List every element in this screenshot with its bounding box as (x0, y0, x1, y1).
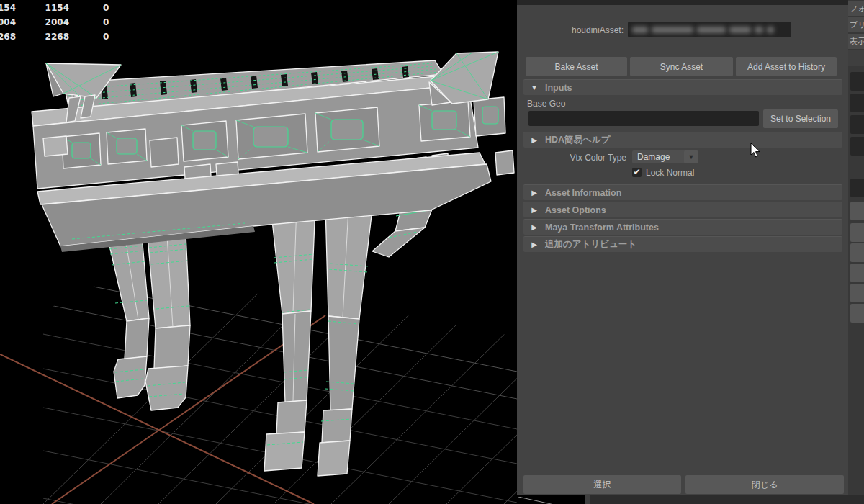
redacted-text (697, 27, 726, 33)
section-header-inputs[interactable]: ▼ Inputs (523, 79, 842, 95)
redacted-text (652, 27, 693, 33)
toolbar-button[interactable] (850, 223, 864, 242)
viewport-3d[interactable]: 154 1154 0 004 2004 0 268 2268 0 (0, 0, 517, 504)
dropdown-arrow-icon[interactable]: ▼ (684, 150, 698, 163)
select-button[interactable]: 選択 (523, 475, 681, 494)
hud-count: 004 (0, 17, 16, 27)
section-header-hda-help[interactable]: ▶ HDA簡易ヘルプ (523, 132, 842, 148)
triangle-right-icon: ▶ (523, 223, 545, 231)
section-header-additional-attributes[interactable]: ▶ 追加のアトリビュート (523, 236, 842, 252)
section-header-maya-transform[interactable]: ▶ Maya Transform Attributes (523, 219, 842, 235)
back-legs (108, 234, 190, 410)
vtx-color-type-label: Vtx Color Type (517, 153, 626, 163)
wireframe-scene (0, 0, 517, 504)
hud-count: 0 (103, 3, 117, 13)
base-geo-input[interactable] (528, 111, 759, 126)
window-resize-nub[interactable] (585, 495, 590, 504)
redacted-text (767, 27, 774, 33)
triangle-right-icon: ▶ (523, 189, 545, 197)
section-label: Maya Transform Attributes (545, 222, 659, 233)
toolbar-button[interactable] (850, 202, 864, 220)
ground-grid (0, 268, 517, 504)
section-label: Asset Options (545, 205, 606, 215)
hud-count: 2004 (26, 17, 69, 27)
toolbar-button[interactable] (850, 284, 864, 302)
toolbar-button[interactable] (850, 179, 864, 197)
tab-clipped-1[interactable]: フォ (848, 1, 864, 16)
right-fin (429, 52, 498, 105)
sync-asset-button[interactable]: Sync Asset (630, 57, 733, 76)
vtx-color-type-dropdown[interactable]: Damage (632, 150, 687, 163)
toolbar-button[interactable] (850, 72, 864, 91)
lock-normal-checkbox[interactable]: ✔ (632, 168, 642, 177)
set-to-selection-button[interactable]: Set to Selection (763, 109, 838, 128)
docked-panel-edge: フォ プリ 表示 (848, 0, 864, 495)
tab-clipped-3[interactable]: 表示 (848, 34, 864, 49)
houdini-asset-label: houdiniAsset: (517, 25, 624, 35)
section-header-asset-information[interactable]: ▶ Asset Information (523, 184, 842, 200)
section-header-asset-options[interactable]: ▶ Asset Options (523, 202, 842, 217)
vtx-color-type-value: Damage (637, 152, 670, 162)
section-label: 追加のアトリビュート (545, 238, 636, 251)
viewport-sliver (517, 495, 585, 504)
close-button[interactable]: 閉じる (685, 475, 844, 494)
tab-clipped-empty[interactable] (848, 50, 864, 66)
section-label: Inputs (545, 83, 572, 93)
triangle-right-icon: ▶ (523, 206, 545, 214)
hud-count: 0 (103, 17, 117, 27)
mouse-cursor (750, 143, 762, 158)
hud-count: 154 (0, 3, 16, 13)
tab-clipped-2[interactable]: プリ (848, 17, 864, 32)
triangle-right-icon: ▶ (523, 240, 545, 248)
mech-model[interactable] (32, 52, 514, 476)
section-label: Asset Information (545, 188, 621, 198)
hud-count: 0 (103, 32, 117, 42)
panel-top-border (517, 0, 848, 5)
front-legs (264, 204, 372, 476)
bake-asset-button[interactable]: Bake Asset (526, 57, 627, 76)
left-step (43, 136, 68, 156)
redacted-text (755, 27, 763, 33)
houdini-asset-panel: houdiniAsset: Bake Asset Sync Asset Add … (517, 0, 848, 495)
triangle-right-icon: ▶ (523, 136, 545, 144)
lock-normal-label: Lock Normal (646, 168, 694, 178)
toolbar-button[interactable] (850, 264, 864, 282)
hud-count: 2268 (26, 32, 69, 42)
window-bottom-edge (590, 495, 864, 504)
redacted-text (729, 27, 751, 33)
toolbar-button[interactable] (850, 304, 864, 323)
base-geo-label: Base Geo (527, 99, 565, 109)
redacted-text (632, 27, 648, 33)
toolbar-button[interactable] (850, 115, 864, 134)
toolbar-button[interactable] (850, 94, 864, 112)
toolbar-button[interactable] (850, 137, 864, 156)
maya-window: 154 1154 0 004 2004 0 268 2268 0 houdini… (0, 0, 864, 504)
hud-count: 1154 (26, 3, 69, 13)
houdini-asset-name-field[interactable] (628, 22, 791, 37)
add-asset-to-history-button[interactable]: Add Asset to History (736, 57, 837, 76)
hud-count: 268 (0, 32, 16, 42)
toolbar-button[interactable] (850, 243, 864, 262)
triangle-down-icon: ▼ (523, 84, 545, 91)
section-label: HDA簡易ヘルプ (545, 134, 610, 146)
